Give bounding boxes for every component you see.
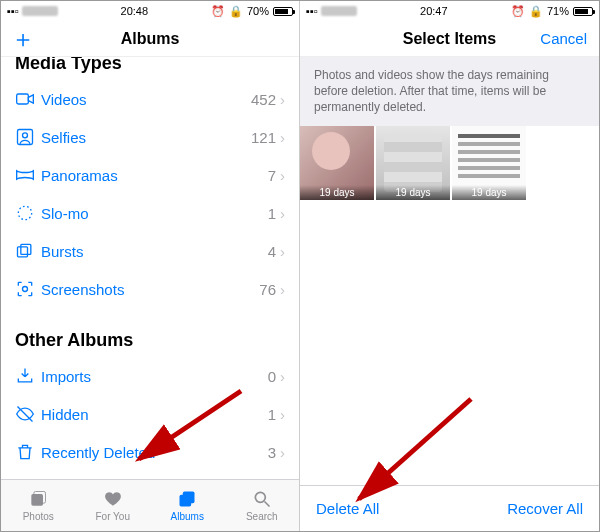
row-count: 76 bbox=[259, 281, 276, 298]
row-count: 0 bbox=[268, 368, 276, 385]
bursts-icon bbox=[15, 241, 41, 261]
tab-search[interactable]: Search bbox=[225, 480, 300, 531]
days-remaining: 19 days bbox=[300, 185, 374, 200]
chevron-right-icon: › bbox=[280, 91, 285, 108]
carrier-blur bbox=[321, 6, 357, 16]
chevron-right-icon: › bbox=[280, 406, 285, 423]
row-imports[interactable]: Imports 0 › bbox=[1, 357, 299, 395]
battery-pct: 70% bbox=[247, 5, 269, 17]
chevron-right-icon: › bbox=[280, 444, 285, 461]
orientation-lock-icon: 🔒 bbox=[229, 5, 243, 18]
days-remaining: 19 days bbox=[376, 185, 450, 200]
row-bursts[interactable]: Bursts 4 › bbox=[1, 232, 299, 270]
battery-icon bbox=[273, 7, 293, 16]
screenshot-icon bbox=[15, 279, 41, 299]
svg-rect-4 bbox=[18, 247, 28, 257]
photo-thumb[interactable]: 19 days bbox=[300, 126, 374, 200]
row-label: Panoramas bbox=[41, 167, 268, 184]
svg-rect-5 bbox=[21, 244, 31, 254]
row-count: 121 bbox=[251, 129, 276, 146]
recover-all-button[interactable]: Recover All bbox=[507, 500, 583, 517]
tab-foryou[interactable]: For You bbox=[76, 480, 151, 531]
battery-pct: 71% bbox=[547, 5, 569, 17]
signal-icon: ▪▪▫ bbox=[306, 5, 318, 17]
row-count: 7 bbox=[268, 167, 276, 184]
svg-rect-0 bbox=[17, 94, 29, 104]
cancel-button[interactable]: Cancel bbox=[540, 30, 587, 47]
section-other-albums: Other Albums bbox=[1, 326, 299, 357]
row-videos[interactable]: Videos 452 › bbox=[1, 80, 299, 118]
status-time: 20:48 bbox=[121, 5, 149, 17]
thumbnail-grid: 19 days 19 days 19 days bbox=[300, 126, 599, 200]
selfie-icon bbox=[15, 127, 41, 147]
slomo-icon bbox=[15, 203, 41, 223]
nav-title: Select Items bbox=[403, 30, 496, 48]
chevron-right-icon: › bbox=[280, 243, 285, 260]
row-screenshots[interactable]: Screenshots 76 › bbox=[1, 270, 299, 308]
nav-bar: Select Items Cancel bbox=[300, 21, 599, 57]
photo-thumb[interactable]: 19 days bbox=[376, 126, 450, 200]
tab-label: Photos bbox=[23, 511, 54, 522]
row-count: 3 bbox=[268, 444, 276, 461]
imports-icon bbox=[15, 366, 41, 386]
row-panoramas[interactable]: Panoramas 7 › bbox=[1, 156, 299, 194]
row-label: Hidden bbox=[41, 406, 268, 423]
days-remaining: 19 days bbox=[452, 185, 526, 200]
nav-bar: ＋ Albums bbox=[1, 21, 299, 57]
chevron-right-icon: › bbox=[280, 167, 285, 184]
chevron-right-icon: › bbox=[280, 281, 285, 298]
battery-icon bbox=[573, 7, 593, 16]
row-label: Videos bbox=[41, 91, 251, 108]
status-bar: ▪▪▫ 20:47 ⏰ 🔒 71% bbox=[300, 1, 599, 21]
svg-point-12 bbox=[255, 492, 265, 502]
tab-label: Albums bbox=[171, 511, 204, 522]
svg-rect-11 bbox=[183, 492, 195, 504]
photo-thumb[interactable]: 19 days bbox=[452, 126, 526, 200]
row-hidden[interactable]: Hidden 1 › bbox=[1, 395, 299, 433]
row-label: Imports bbox=[41, 368, 268, 385]
deletion-notice: Photos and videos show the days remainin… bbox=[300, 57, 599, 126]
row-label: Bursts bbox=[41, 243, 268, 260]
delete-all-button[interactable]: Delete All bbox=[316, 500, 379, 517]
row-count: 4 bbox=[268, 243, 276, 260]
svg-line-13 bbox=[264, 502, 269, 507]
tab-label: For You bbox=[96, 511, 130, 522]
video-icon bbox=[15, 89, 41, 109]
tab-label: Search bbox=[246, 511, 278, 522]
row-selfies[interactable]: Selfies 121 › bbox=[1, 118, 299, 156]
row-label: Selfies bbox=[41, 129, 251, 146]
add-button[interactable]: ＋ bbox=[11, 27, 35, 51]
row-count: 1 bbox=[268, 205, 276, 222]
alarm-icon: ⏰ bbox=[511, 5, 525, 18]
chevron-right-icon: › bbox=[280, 129, 285, 146]
row-count: 452 bbox=[251, 91, 276, 108]
signal-icon: ▪▪▫ bbox=[7, 5, 19, 17]
orientation-lock-icon: 🔒 bbox=[529, 5, 543, 18]
chevron-right-icon: › bbox=[280, 205, 285, 222]
action-bar: Delete All Recover All bbox=[300, 485, 599, 531]
tab-albums[interactable]: Albums bbox=[150, 480, 225, 531]
svg-rect-8 bbox=[32, 494, 44, 506]
composite-screenshot: ▪▪▫ 20:48 ⏰ 🔒 70% ＋ Albums Media Types V… bbox=[0, 0, 600, 532]
tab-bar: Photos For You Albums Search bbox=[1, 479, 299, 531]
carrier-blur bbox=[22, 6, 58, 16]
row-count: 1 bbox=[268, 406, 276, 423]
row-label: Screenshots bbox=[41, 281, 259, 298]
svg-point-6 bbox=[23, 287, 28, 292]
svg-point-2 bbox=[23, 133, 28, 138]
trash-icon bbox=[15, 442, 41, 462]
row-recently-deleted[interactable]: Recently Deleted 3 › bbox=[1, 433, 299, 471]
row-slomo[interactable]: Slo-mo 1 › bbox=[1, 194, 299, 232]
svg-rect-1 bbox=[18, 130, 33, 145]
status-time: 20:47 bbox=[420, 5, 448, 17]
svg-point-3 bbox=[18, 206, 31, 219]
row-label: Slo-mo bbox=[41, 205, 268, 222]
chevron-right-icon: › bbox=[280, 368, 285, 385]
status-bar: ▪▪▫ 20:48 ⏰ 🔒 70% bbox=[1, 1, 299, 21]
albums-screen: ▪▪▫ 20:48 ⏰ 🔒 70% ＋ Albums Media Types V… bbox=[1, 1, 300, 531]
row-label: Recently Deleted bbox=[41, 444, 268, 461]
nav-title: Albums bbox=[121, 30, 180, 48]
tab-photos[interactable]: Photos bbox=[1, 480, 76, 531]
alarm-icon: ⏰ bbox=[211, 5, 225, 18]
select-items-screen: ▪▪▫ 20:47 ⏰ 🔒 71% Select Items Cancel Ph… bbox=[300, 1, 599, 531]
